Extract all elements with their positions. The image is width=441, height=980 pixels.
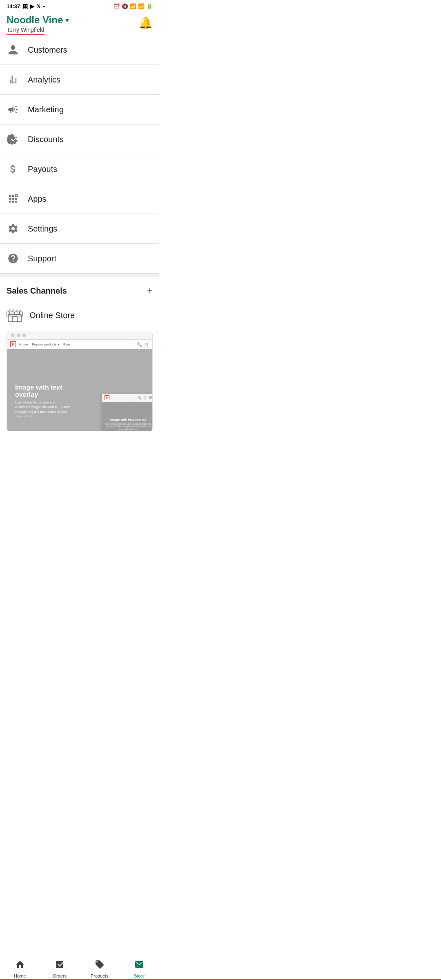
marketing-label: Marketing xyxy=(28,105,64,114)
photo-icon: 🖼 xyxy=(22,3,28,9)
nav-item-support[interactable]: Support xyxy=(0,244,159,273)
browser-dot-2 xyxy=(17,334,20,337)
browser-nav-right: 🔍 🛒 xyxy=(137,342,149,347)
twitter-icon: 𝕏 xyxy=(37,4,40,9)
youtube-icon: ▶ xyxy=(30,3,34,9)
nav-item-discounts[interactable]: Discounts xyxy=(0,125,159,154)
wifi-icon: 📶 xyxy=(130,3,136,9)
mobile-overlay-sub: Use overlay text to give your customers … xyxy=(105,423,152,431)
nav-item-settings[interactable]: Settings xyxy=(0,214,159,243)
mobile-cart-icon: 🛒 xyxy=(143,396,147,400)
user-name: Terry Wingfield xyxy=(7,27,45,35)
search-nav-icon: 🔍 xyxy=(137,342,142,347)
svg-point-16 xyxy=(24,358,36,369)
bell-icon[interactable]: 🔔 xyxy=(138,16,153,29)
marketing-icon xyxy=(7,103,20,116)
nav-products: Popular products ▾ xyxy=(32,343,59,346)
mobile-search-icon: 🔍 xyxy=(138,396,142,400)
mobile-menu-icon: ☰ xyxy=(149,396,152,400)
apps-label: Apps xyxy=(28,194,47,204)
status-left: 14:37 🖼 ▶ 𝕏 • xyxy=(7,3,45,9)
mobile-card-bar: K 🔍 🛒 ☰ xyxy=(102,394,152,402)
brand-name-text: Noodle Vine xyxy=(7,14,63,26)
preview-image-area: Image with text overlay Use overlay text… xyxy=(7,349,152,431)
nav-item-payouts[interactable]: Payouts xyxy=(0,154,159,184)
cart-nav-icon: 🛒 xyxy=(144,342,149,347)
sales-channels-section: Sales Channels + xyxy=(0,277,159,303)
mute-icon: 🔇 xyxy=(122,3,128,9)
add-channel-button[interactable]: + xyxy=(147,285,153,296)
mobile-preview-card: K 🔍 🛒 ☰ xyxy=(102,394,152,431)
status-right: ⏰ 🔇 📶 📶 🔋 xyxy=(114,3,153,9)
browser-nav-logo: K xyxy=(10,341,16,347)
discounts-label: Discounts xyxy=(28,135,64,144)
signal-icon: 📶 xyxy=(138,3,145,9)
customers-label: Customers xyxy=(28,45,67,55)
analytics-label: Analytics xyxy=(28,75,60,85)
sales-channels-title: Sales Channels xyxy=(7,286,67,296)
brand-dropdown-arrow: ▾ xyxy=(65,16,69,24)
brand-name[interactable]: Noodle Vine ▾ xyxy=(7,14,69,26)
alarm-icon: ⏰ xyxy=(114,3,120,9)
settings-label: Settings xyxy=(28,224,57,234)
nav-home: Home xyxy=(19,343,28,346)
mobile-card-image: Image with text overlay Use overlay text… xyxy=(102,402,152,431)
header: Noodle Vine ▾ Terry Wingfield 🔔 xyxy=(0,11,159,35)
browser-dot-3 xyxy=(22,334,26,337)
analytics-icon xyxy=(7,73,20,86)
settings-icon xyxy=(7,222,20,235)
nav-item-marketing[interactable]: Marketing xyxy=(0,95,159,124)
nav-item-customers[interactable]: Customers xyxy=(0,35,159,65)
website-preview[interactable]: K Home Popular products ▾ Blog 🔍 🛒 xyxy=(7,331,153,431)
customers-icon xyxy=(7,43,20,56)
overlay-title: Image with text overlay xyxy=(15,384,71,399)
payouts-label: Payouts xyxy=(28,165,57,174)
mobile-card-icons: 🔍 🛒 ☰ xyxy=(138,396,152,400)
online-store-icon xyxy=(7,308,23,323)
discounts-icon xyxy=(7,133,20,146)
svg-rect-7 xyxy=(12,317,17,322)
battery-icon: 🔋 xyxy=(146,3,153,9)
nav-item-analytics[interactable]: Analytics xyxy=(0,65,159,94)
online-store-item[interactable]: Online Store xyxy=(0,303,159,329)
svg-point-24 xyxy=(128,404,140,416)
payouts-icon xyxy=(7,163,20,176)
status-time: 14:37 xyxy=(7,3,20,9)
browser-bar xyxy=(7,331,152,340)
browser-dot-1 xyxy=(11,334,14,337)
dot-indicator: • xyxy=(43,3,45,9)
section-separator xyxy=(0,274,159,277)
browser-nav-links: Home Popular products ▾ Blog xyxy=(19,343,70,346)
support-label: Support xyxy=(28,254,56,263)
mobile-card-logo: K xyxy=(105,395,109,400)
support-icon xyxy=(7,252,20,265)
store-icon-container xyxy=(7,308,23,323)
overlay-subtitle: Use overlay text to give your customers … xyxy=(15,400,71,419)
mobile-overlay-title: Image with text overlay xyxy=(105,418,152,421)
header-left: Noodle Vine ▾ Terry Wingfield xyxy=(7,14,69,35)
svg-rect-2 xyxy=(8,314,21,322)
apps-icon: + xyxy=(7,192,20,205)
nav-blog: Blog xyxy=(63,343,70,346)
svg-text:+: + xyxy=(16,194,18,198)
overlay-text-block: Image with text overlay Use overlay text… xyxy=(15,384,71,419)
nav-item-apps[interactable]: + Apps xyxy=(0,184,159,214)
status-bar: 14:37 🖼 ▶ 𝕏 • ⏰ 🔇 📶 📶 🔋 xyxy=(0,0,159,11)
browser-mock: K Home Popular products ▾ Blog 🔍 🛒 xyxy=(7,331,153,431)
svg-rect-20 xyxy=(91,378,101,394)
mobile-overlay-text: Image with text overlay Use overlay text… xyxy=(105,418,152,431)
browser-nav: K Home Popular products ▾ Blog 🔍 🛒 xyxy=(7,340,152,349)
online-store-label: Online Store xyxy=(29,311,75,320)
